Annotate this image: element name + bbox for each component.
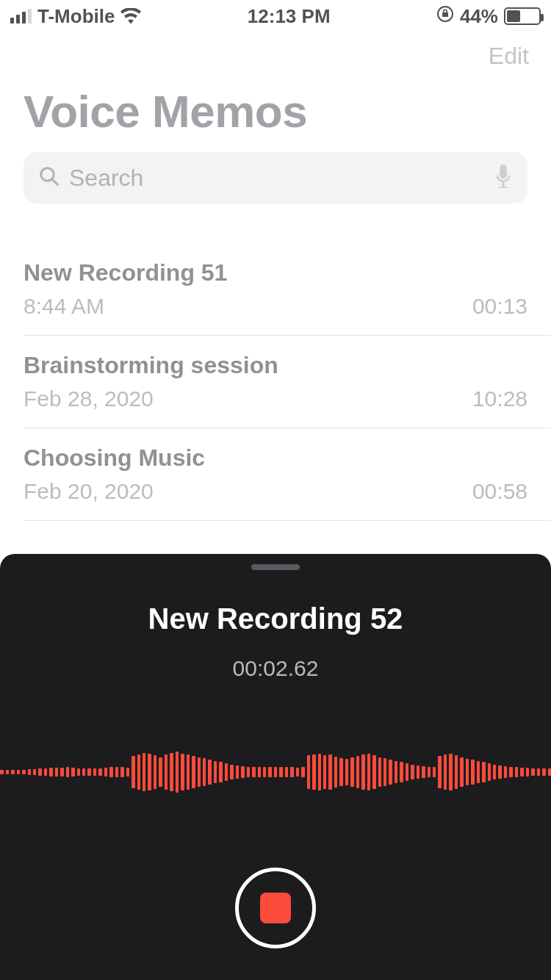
recording-title: Brainstorming session	[24, 352, 527, 379]
battery-icon	[504, 7, 541, 25]
recording-title: New Recording 51	[24, 259, 527, 287]
svg-rect-5	[499, 187, 508, 188]
svg-rect-3	[500, 165, 507, 179]
recording-duration: 00:13	[472, 294, 527, 319]
edit-button[interactable]: Edit	[489, 43, 529, 70]
svg-rect-4	[502, 182, 504, 187]
nav-bar: Edit	[0, 32, 551, 79]
status-time: 12:13 PM	[248, 5, 331, 28]
status-left: T-Mobile	[10, 5, 141, 28]
recording-title: Choosing Music	[24, 444, 527, 472]
page-title: Voice Memos	[0, 79, 551, 152]
recordings-list: New Recording 51 8:44 AM 00:13 Brainstor…	[0, 243, 551, 521]
recording-date: Feb 28, 2020	[24, 386, 154, 411]
recording-item[interactable]: New Recording 51 8:44 AM 00:13	[24, 243, 551, 336]
recording-item[interactable]: Brainstorming session Feb 28, 2020 10:28	[24, 336, 551, 428]
search-container	[0, 152, 551, 203]
cellular-signal-icon	[10, 9, 32, 24]
active-recording-title: New Recording 52	[148, 602, 403, 635]
status-right: 44%	[436, 5, 541, 28]
recording-date: 8:44 AM	[24, 294, 104, 319]
search-icon	[38, 165, 60, 190]
svg-line-2	[52, 179, 58, 185]
recording-sheet[interactable]: New Recording 52 00:02.62	[0, 554, 551, 980]
carrier-label: T-Mobile	[37, 5, 115, 28]
dictation-mic-icon[interactable]	[494, 165, 513, 191]
battery-percent-label: 44%	[460, 5, 498, 28]
stop-record-button[interactable]	[235, 868, 316, 948]
recording-item[interactable]: Choosing Music Feb 20, 2020 00:58	[24, 428, 551, 521]
search-input[interactable]	[69, 165, 485, 192]
active-recording-elapsed: 00:02.62	[233, 656, 319, 681]
orientation-lock-icon	[436, 5, 454, 28]
recording-date: Feb 20, 2020	[24, 479, 154, 504]
waveform	[0, 743, 551, 801]
recording-duration: 10:28	[472, 386, 527, 411]
stop-icon	[260, 893, 291, 923]
wifi-icon	[120, 8, 141, 24]
battery-level	[507, 10, 520, 22]
search-field[interactable]	[24, 152, 527, 203]
status-bar: T-Mobile 12:13 PM 44%	[0, 0, 551, 32]
sheet-grabber[interactable]	[251, 564, 300, 570]
recording-duration: 00:58	[472, 479, 527, 504]
